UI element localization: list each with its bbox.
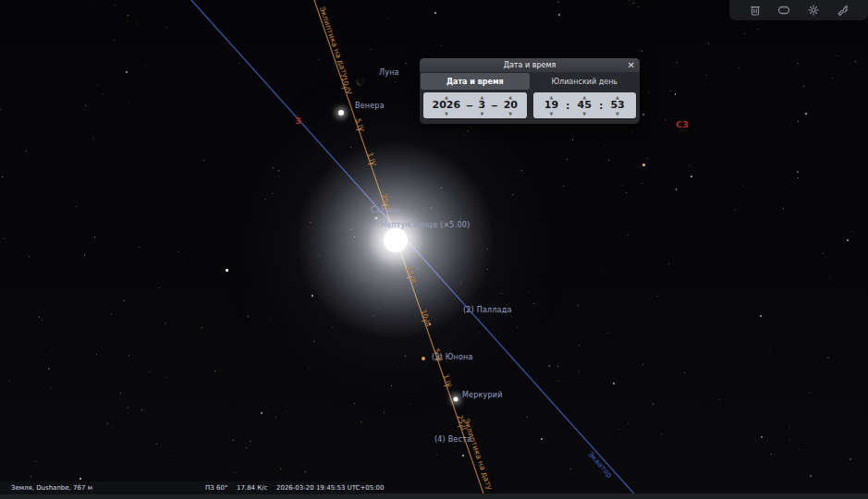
year-value[interactable]: 2026 [433,100,461,111]
status-bar[interactable]: Земля, Dushanbe, 767 м ПЗ 60° 17.84 К/с … [0,481,368,494]
month-value[interactable]: 3 [479,100,486,111]
tab-date-time[interactable]: Дата и время [421,73,530,90]
sun-label[interactable]: Солнце (×5.00) [408,221,470,229]
screen-icon[interactable] [777,4,790,17]
dialog-title: Дата и время [504,61,556,69]
year-down-arrow[interactable]: ▼ [445,111,448,116]
moon-label[interactable]: Луна [379,68,399,77]
vesta-label[interactable]: (4) Веста [434,435,471,444]
trash-icon[interactable] [749,4,762,17]
wrench-icon[interactable] [836,4,849,17]
venus-marker[interactable] [338,110,344,116]
dialog-titlebar[interactable]: Дата и время ✕ [420,58,640,72]
mercury-marker[interactable] [454,397,458,402]
gear-icon[interactable] [807,4,820,17]
status-fov: ПЗ 60° [205,484,227,492]
second-value[interactable]: 53 [610,100,624,111]
juno-star-marker[interactable] [422,357,425,360]
moon-marker[interactable] [357,78,365,86]
dialog-tabs: Дата и время Юлианский день [420,72,640,90]
close-icon[interactable]: ✕ [628,59,635,71]
minute-down-arrow[interactable]: ▼ [582,111,586,116]
day-value[interactable]: 20 [504,100,518,111]
year-spinner: ▲2026▼ [433,94,461,116]
hour-down-arrow[interactable]: ▼ [549,111,553,116]
juno-label[interactable]: (3) Юнона [432,353,473,361]
saturn-label[interactable]: Сатурн [371,206,399,214]
tab-julian-day[interactable]: Юлианский день [531,73,640,90]
time-spinner-group: ▲19▼:▲45▼:▲53▼ [533,92,637,118]
spinner-row: ▲2026▼−▲3▼−▲20▼ ▲19▼:▲45▼:▲53▼ [420,90,640,124]
venus-label[interactable]: Венера [355,102,385,110]
month-down-arrow[interactable]: ▼ [480,111,483,116]
minute-value[interactable]: 45 [578,100,592,111]
top-toolbar [729,0,868,20]
second-down-arrow[interactable]: ▼ [616,111,619,116]
second-spinner: ▲53▼ [610,94,624,116]
sky-view[interactable]: Эклиптика на датуЭклиптика на датуЭквато… [0,0,868,499]
separator: : [599,101,603,111]
neptune-label[interactable]: Нептун [381,221,410,229]
separator: − [491,101,498,111]
status-datetime: 2026-03-20 19:45:53 UTC+05:00 [276,484,384,492]
status-fps: 17.84 К/с [237,484,267,492]
date-spinner-group: ▲2026▼−▲3▼−▲20▼ [423,92,527,118]
pallas-label[interactable]: (2) Паллада [463,306,512,314]
date-time-dialog[interactable]: Дата и время ✕ Дата и время Юлианский де… [420,58,640,124]
day-spinner: ▲20▼ [504,94,518,116]
cardinal-northwest: СЗ [676,119,689,129]
separator: − [466,101,473,111]
status-location: Земля, Dushanbe, 767 м [11,484,92,492]
mercury-label[interactable]: Меркурий [462,391,503,399]
separator: : [566,101,569,111]
sun-marker[interactable] [384,228,408,252]
cardinal-west: З [295,116,301,126]
hour-spinner: ▲19▼ [544,94,558,116]
day-down-arrow[interactable]: ▼ [508,111,512,116]
minute-spinner: ▲45▼ [578,94,592,116]
hour-value[interactable]: 19 [544,100,558,111]
month-spinner: ▲3▼ [479,94,486,116]
